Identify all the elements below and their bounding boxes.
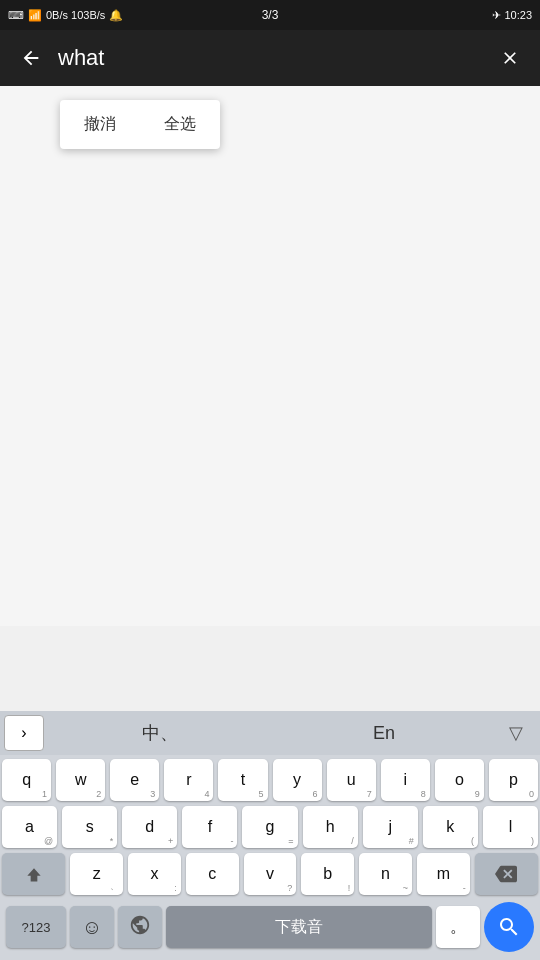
network-speed: 0B/s 103B/s <box>46 9 105 21</box>
keyboard-area: › 中、 En ▽ q1 w2 e3 r4 t5 y6 u7 i8 o9 p0 … <box>0 711 540 960</box>
context-menu: 撤消 全选 <box>60 100 220 149</box>
key-e[interactable]: e3 <box>110 759 159 801</box>
key-q[interactable]: q1 <box>2 759 51 801</box>
key-d[interactable]: d+ <box>122 806 177 848</box>
key-p[interactable]: p0 <box>489 759 538 801</box>
key-l[interactable]: l) <box>483 806 538 848</box>
key-emoji[interactable]: ☺ <box>70 906 114 948</box>
key-shift[interactable] <box>2 853 65 895</box>
context-menu-undo[interactable]: 撤消 <box>60 100 140 149</box>
period-label: 。 <box>450 917 466 938</box>
time-display: 10:23 <box>504 9 532 21</box>
key-u[interactable]: u7 <box>327 759 376 801</box>
status-right: ✈ 10:23 <box>492 9 532 22</box>
key-t[interactable]: t5 <box>218 759 267 801</box>
key-a[interactable]: a@ <box>2 806 57 848</box>
page-indicator: 3/3 <box>262 8 279 22</box>
key-f[interactable]: f- <box>182 806 237 848</box>
status-left: ⌨ 📶 0B/s 103B/s 🔔 <box>8 9 123 22</box>
key-space[interactable]: 下载音 <box>166 906 432 948</box>
notification-icon: 🔔 <box>109 9 123 22</box>
key-m[interactable]: m- <box>417 853 470 895</box>
globe-icon <box>129 914 151 941</box>
key-w[interactable]: w2 <box>56 759 105 801</box>
key-row-1: q1 w2 e3 r4 t5 y6 u7 i8 o9 p0 <box>2 759 538 801</box>
key-i[interactable]: i8 <box>381 759 430 801</box>
key-k[interactable]: k( <box>423 806 478 848</box>
clear-button[interactable] <box>492 44 528 72</box>
key-j[interactable]: j# <box>363 806 418 848</box>
chinese-label: 中、 <box>142 723 178 743</box>
status-bar: ⌨ 📶 0B/s 103B/s 🔔 3/3 ✈ 10:23 <box>0 0 540 30</box>
key-row-2: a@ s* d+ f- g= h/ j# k( l) <box>2 806 538 848</box>
search-bar <box>0 30 540 86</box>
key-v[interactable]: v? <box>244 853 297 895</box>
key-o[interactable]: o9 <box>435 759 484 801</box>
sym-label: ?123 <box>22 920 51 935</box>
key-backspace[interactable] <box>475 853 538 895</box>
back-button[interactable] <box>12 43 50 73</box>
key-n[interactable]: n~ <box>359 853 412 895</box>
key-row-3: z、 x: c v? b! n~ m- <box>2 853 538 895</box>
key-x[interactable]: x: <box>128 853 181 895</box>
toolbar-english-mode[interactable]: En <box>272 723 496 744</box>
context-menu-select-all[interactable]: 全选 <box>140 100 220 149</box>
toolbar-chinese-mode[interactable]: 中、 <box>48 721 272 745</box>
main-content <box>0 86 540 626</box>
key-search-button[interactable] <box>484 902 534 952</box>
search-input-container <box>58 45 484 71</box>
key-y[interactable]: y6 <box>273 759 322 801</box>
space-label: 下载音 <box>275 917 323 938</box>
toolbar-collapse-button[interactable]: ▽ <box>496 715 536 751</box>
key-c[interactable]: c <box>186 853 239 895</box>
airplane-icon: ✈ <box>492 9 501 22</box>
keyboard-icon: ⌨ <box>8 9 24 22</box>
arrow-right-icon: › <box>21 724 26 742</box>
key-s[interactable]: s* <box>62 806 117 848</box>
keyboard-action-row: ?123 ☺ 下载音 。 <box>2 900 538 958</box>
english-label: En <box>373 723 395 743</box>
key-b[interactable]: b! <box>301 853 354 895</box>
key-g[interactable]: g= <box>242 806 297 848</box>
collapse-icon: ▽ <box>509 722 523 744</box>
search-input[interactable] <box>58 45 484 71</box>
key-h[interactable]: h/ <box>303 806 358 848</box>
network-icon: 📶 <box>28 9 42 22</box>
key-z[interactable]: z、 <box>70 853 123 895</box>
key-r[interactable]: r4 <box>164 759 213 801</box>
keyboard-keys: q1 w2 e3 r4 t5 y6 u7 i8 o9 p0 a@ s* d+ f… <box>0 755 540 960</box>
key-globe[interactable] <box>118 906 162 948</box>
key-sym[interactable]: ?123 <box>6 906 66 948</box>
emoji-icon: ☺ <box>82 916 102 939</box>
toolbar-expand-button[interactable]: › <box>4 715 44 751</box>
keyboard-toolbar: › 中、 En ▽ <box>0 711 540 755</box>
key-period[interactable]: 。 <box>436 906 480 948</box>
